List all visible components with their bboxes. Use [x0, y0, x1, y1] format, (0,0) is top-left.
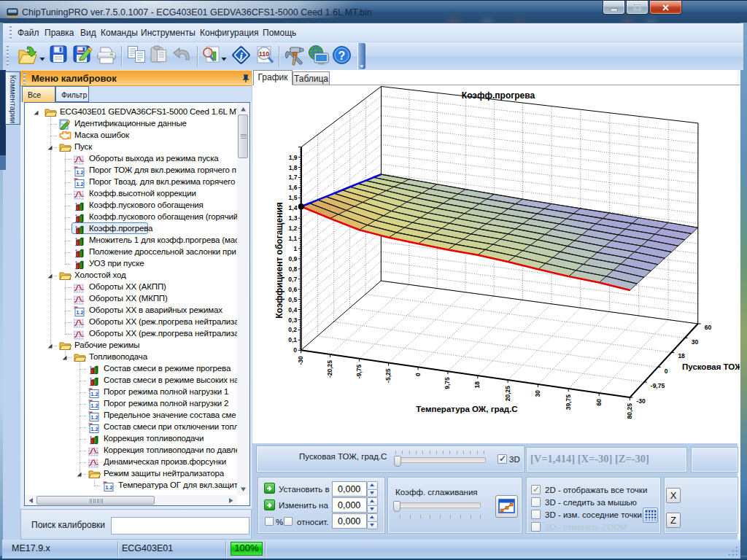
svg-text:0: 0: [293, 346, 297, 354]
svg-text:1,3: 1,3: [289, 214, 298, 222]
svg-text:0,1: 0,1: [288, 336, 297, 343]
svg-text:1,4: 1,4: [289, 204, 298, 211]
svg-text:60: 60: [595, 399, 603, 406]
svg-text:1.2: 1.2: [105, 484, 112, 491]
svg-text:0: 0: [665, 368, 668, 375]
svg-text:1.2: 1.2: [76, 169, 83, 176]
svg-text:1.2: 1.2: [76, 181, 83, 187]
svg-text:39,75: 39,75: [565, 394, 572, 411]
svg-text:Коэффициент обогащения: Коэффициент обогащения: [274, 202, 285, 319]
svg-text:Пусковая ТОЖ: Пусковая ТОЖ: [682, 362, 740, 371]
svg-text:-30: -30: [636, 397, 646, 405]
svg-text:?: ?: [338, 50, 346, 62]
svg-text:0,5: 0,5: [288, 296, 297, 303]
svg-text:1,5: 1,5: [289, 194, 298, 201]
svg-text:1,6: 1,6: [289, 184, 298, 191]
svg-text:1.2: 1.2: [90, 391, 98, 397]
svg-text:30: 30: [692, 338, 699, 346]
svg-text:0,8: 0,8: [288, 265, 297, 273]
svg-text:0,7: 0,7: [288, 276, 297, 283]
svg-text:-5,25: -5,25: [384, 368, 392, 383]
svg-text:18: 18: [678, 352, 685, 359]
svg-text:0,9: 0,9: [288, 255, 297, 262]
svg-text:-9,75: -9,75: [651, 382, 665, 389]
svg-text:Коэфф.прогрева: Коэфф.прогрева: [462, 90, 535, 101]
svg-text:-9,75: -9,75: [355, 364, 363, 378]
svg-text:1.2: 1.2: [90, 402, 98, 409]
svg-text:1,8: 1,8: [289, 164, 298, 171]
svg-text:1.2: 1.2: [76, 309, 83, 316]
svg-text:1,7: 1,7: [289, 174, 298, 181]
svg-text:30: 30: [534, 390, 541, 397]
svg-text:110: 110: [259, 50, 270, 58]
svg-text:-20,25: -20,25: [326, 360, 333, 378]
svg-text:Температура ОЖ, град.С: Температура ОЖ, град.С: [416, 405, 517, 413]
svg-text:1.2: 1.2: [90, 426, 98, 432]
svg-text:0,6: 0,6: [288, 286, 297, 293]
svg-text:0,4: 0,4: [288, 306, 297, 314]
svg-text:0,2: 0,2: [288, 326, 297, 333]
svg-text:1,9: 1,9: [289, 154, 298, 161]
svg-text:-30: -30: [297, 356, 304, 365]
svg-text:9,75: 9,75: [444, 377, 451, 389]
svg-text:1: 1: [294, 245, 298, 252]
svg-text:80,25: 80,25: [626, 403, 633, 419]
svg-text:18: 18: [473, 381, 481, 389]
svg-text:1,2: 1,2: [288, 225, 297, 232]
svg-text:1,1: 1,1: [288, 235, 297, 242]
svg-text:0: 0: [414, 373, 422, 376]
svg-text:1.2: 1.2: [90, 414, 98, 421]
svg-text:0,3: 0,3: [288, 316, 297, 324]
svg-text:20,25: 20,25: [504, 386, 511, 402]
svg-text:60: 60: [705, 324, 712, 331]
